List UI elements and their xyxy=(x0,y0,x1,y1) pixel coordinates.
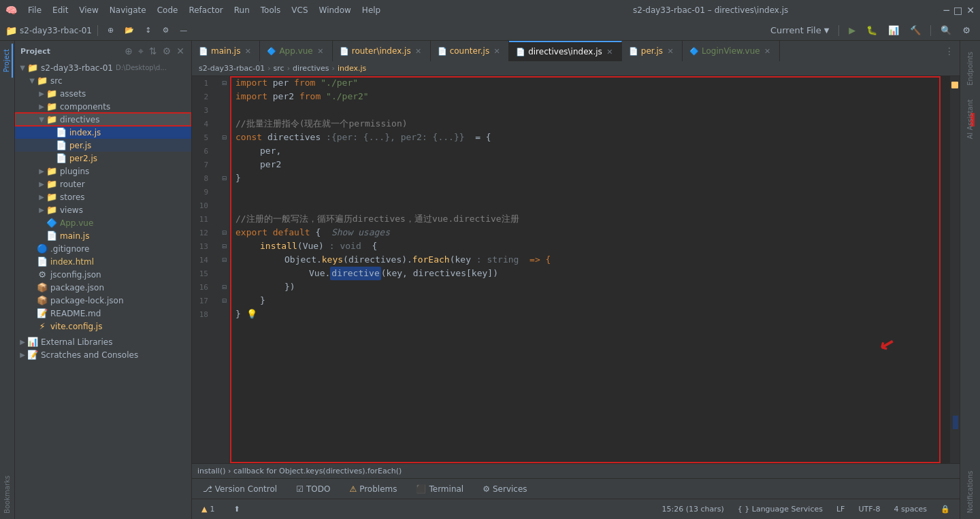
current-file-selector[interactable]: Current File ▼ xyxy=(766,23,833,37)
tab-directives-index[interactable]: 📄 directives\index.js ✕ xyxy=(509,41,622,61)
status-warnings[interactable]: ▲ 1 xyxy=(197,503,218,515)
tree-item-readme[interactable]: ▶ 📝 README.md xyxy=(15,307,191,320)
tab-loginview-vue[interactable]: 🔷 LoginView.vue ✕ xyxy=(683,41,780,61)
loginview-tab-close[interactable]: ✕ xyxy=(763,46,772,56)
minimize-btn[interactable]: ─ xyxy=(944,5,949,16)
tree-item-project-root[interactable]: ▼ 📁 s2-day33-rbac-01 D:\Desktop\d... xyxy=(15,61,191,74)
tree-item-components[interactable]: ▶ 📁 components xyxy=(15,100,191,113)
collapse-button[interactable]: — xyxy=(176,24,191,37)
bottom-tab-problems[interactable]: ⚠ Problems xyxy=(344,482,402,497)
tree-item-package-lock[interactable]: ▶ 📦 package-lock.json xyxy=(15,294,191,307)
tab-app-vue[interactable]: 🔷 App.vue ✕ xyxy=(260,41,332,61)
project-panel-toggle[interactable]: Project xyxy=(1,44,13,78)
debug-button[interactable]: 🐛 xyxy=(862,23,881,37)
search-everywhere-button[interactable]: 🔍 xyxy=(936,23,956,37)
code-line-9[interactable] xyxy=(230,185,950,199)
tree-item-router[interactable]: ▶ 📁 router xyxy=(15,178,191,190)
sidebar-scroll-icon[interactable]: ⌖ xyxy=(137,44,145,58)
code-line-3[interactable] xyxy=(230,103,950,117)
code-editor[interactable]: import per from "./per" import per2 from… xyxy=(230,76,950,463)
code-line-10[interactable] xyxy=(230,199,950,212)
tree-item-main-js[interactable]: ▶ 📄 main.js xyxy=(15,229,191,242)
code-line-16[interactable]: }) xyxy=(230,280,950,294)
breadcrumb-item-0[interactable]: s2-day33-rbac-01 xyxy=(199,64,265,73)
sync-button[interactable]: ↕ xyxy=(141,24,155,37)
bottom-tab-services[interactable]: ⚙ Services xyxy=(477,482,532,497)
tree-item-app-vue[interactable]: ▶ 🔷 App.vue xyxy=(15,216,191,229)
menu-refactor[interactable]: Refactor xyxy=(183,4,228,16)
tree-item-jsconfig-json[interactable]: ▶ ⚙ jsconfig.json xyxy=(15,268,191,281)
tree-item-vite-config[interactable]: ▶ ⚡ vite.config.js xyxy=(15,320,191,333)
fold-btn-8[interactable]: ⊟ xyxy=(219,171,229,185)
fold-btn-16[interactable]: ⊟ xyxy=(219,280,229,294)
code-line-11[interactable]: //注册的一般写法，循环遍历directives，通过vue.directive… xyxy=(230,212,950,226)
add-config-button[interactable]: ⊕ xyxy=(103,24,118,37)
code-line-5[interactable]: const directives :{per: {...}, per2: {..… xyxy=(230,131,950,144)
code-line-15[interactable]: Vue.directive(key, directives[key]) xyxy=(230,267,950,280)
tree-item-assets[interactable]: ▶ 📁 assets xyxy=(15,87,191,100)
status-readonly[interactable]: 🔒 xyxy=(936,503,954,515)
ai-assistant-toggle[interactable]: AI Assistant xyxy=(965,94,975,145)
directives-tab-close[interactable]: ✕ xyxy=(605,47,615,56)
menu-run[interactable]: Run xyxy=(229,4,255,16)
sidebar-add-icon[interactable]: ⊕ xyxy=(123,44,134,58)
tree-item-gitignore[interactable]: ▶ 🔵 .gitignore xyxy=(15,242,191,255)
sidebar-expand-icon[interactable]: ⇅ xyxy=(148,44,159,58)
code-line-4[interactable]: //批量注册指令(现在就一个permission) xyxy=(230,117,950,131)
menu-help[interactable]: Help xyxy=(357,4,386,16)
fold-btn-12[interactable]: ⊟ xyxy=(219,226,229,239)
code-line-13[interactable]: install(Vue) : void { xyxy=(230,239,950,253)
run-button[interactable]: ▶ xyxy=(845,23,860,37)
menu-code[interactable]: Code xyxy=(152,4,184,16)
bottom-tab-version-control[interactable]: ⎇ Version Control xyxy=(197,482,282,497)
tab-per-js[interactable]: 📄 per.js ✕ xyxy=(622,41,683,61)
sidebar-settings-icon[interactable]: ⚙ xyxy=(161,44,173,58)
bottom-tab-terminal[interactable]: ⬛ Terminal xyxy=(410,482,469,497)
code-line-12[interactable]: export default { Show usages xyxy=(230,226,950,239)
show-usages[interactable]: Show usages xyxy=(331,226,390,239)
code-line-2[interactable]: import per2 from "./per2" xyxy=(230,90,950,103)
tree-item-package-json[interactable]: ▶ 📦 package.json xyxy=(15,281,191,294)
app-vue-tab-close[interactable]: ✕ xyxy=(316,46,325,56)
per-tab-close[interactable]: ✕ xyxy=(666,46,675,56)
code-line-18[interactable]: } 💡 xyxy=(230,307,950,321)
menu-window[interactable]: Window xyxy=(314,4,357,16)
status-errors[interactable]: ⬆ xyxy=(229,503,244,515)
tab-router-index[interactable]: 📄 router\index.js ✕ xyxy=(333,41,431,61)
settings-button[interactable]: ⚙ xyxy=(158,24,173,37)
build-button[interactable]: 🔨 xyxy=(906,23,925,37)
tree-item-index-html[interactable]: ▶ 📄 index.html xyxy=(15,255,191,268)
breadcrumb-item-1[interactable]: src xyxy=(274,64,284,73)
menu-tools[interactable]: Tools xyxy=(255,4,287,16)
maximize-btn[interactable]: □ xyxy=(953,5,962,16)
breadcrumb-item-3[interactable]: index.js xyxy=(338,64,366,73)
bookmarks-toggle[interactable]: Bookmarks xyxy=(2,470,12,519)
fold-btn-13[interactable]: ⊟ xyxy=(219,239,229,253)
code-line-8[interactable]: } xyxy=(230,171,950,185)
tab-main-js[interactable]: 📄 main.js ✕ xyxy=(192,41,260,61)
tree-item-per2-js[interactable]: ▶ 📄 per2.js xyxy=(15,152,191,165)
settings-gear-button[interactable]: ⚙ xyxy=(958,23,975,37)
code-line-7[interactable]: per2 xyxy=(230,158,950,171)
menu-navigate[interactable]: Navigate xyxy=(104,4,152,16)
fold-btn-5[interactable]: ⊟ xyxy=(219,131,229,144)
code-line-6[interactable]: per, xyxy=(230,144,950,158)
tree-item-stores[interactable]: ▶ 📁 stores xyxy=(15,190,191,203)
tree-item-external-libs[interactable]: ▶ 📊 External Libraries xyxy=(15,335,191,348)
menu-file[interactable]: File xyxy=(22,4,47,16)
status-indent[interactable]: 4 spaces xyxy=(890,503,932,515)
close-btn[interactable]: ✕ xyxy=(966,5,975,16)
code-line-1[interactable]: import per from "./per" xyxy=(230,76,950,90)
sidebar-close-icon[interactable]: ✕ xyxy=(175,44,186,58)
router-tab-close[interactable]: ✕ xyxy=(414,46,423,56)
bottom-tab-todo[interactable]: ☑ TODO xyxy=(291,482,336,497)
notifications-toggle[interactable]: Notifications xyxy=(965,465,975,519)
tree-item-index-js[interactable]: ▶ 📄 index.js xyxy=(15,126,191,139)
fold-btn-14[interactable]: ⊟ xyxy=(219,253,229,267)
menu-view[interactable]: View xyxy=(74,4,103,16)
status-line-ending[interactable]: LF xyxy=(832,503,849,515)
tree-item-scratches[interactable]: ▶ 📝 Scratches and Consoles xyxy=(15,348,191,361)
fold-btn-17[interactable]: ⊟ xyxy=(219,294,229,307)
menu-edit[interactable]: Edit xyxy=(47,4,74,16)
tree-item-directives[interactable]: ▼ 📁 directives xyxy=(15,113,191,126)
